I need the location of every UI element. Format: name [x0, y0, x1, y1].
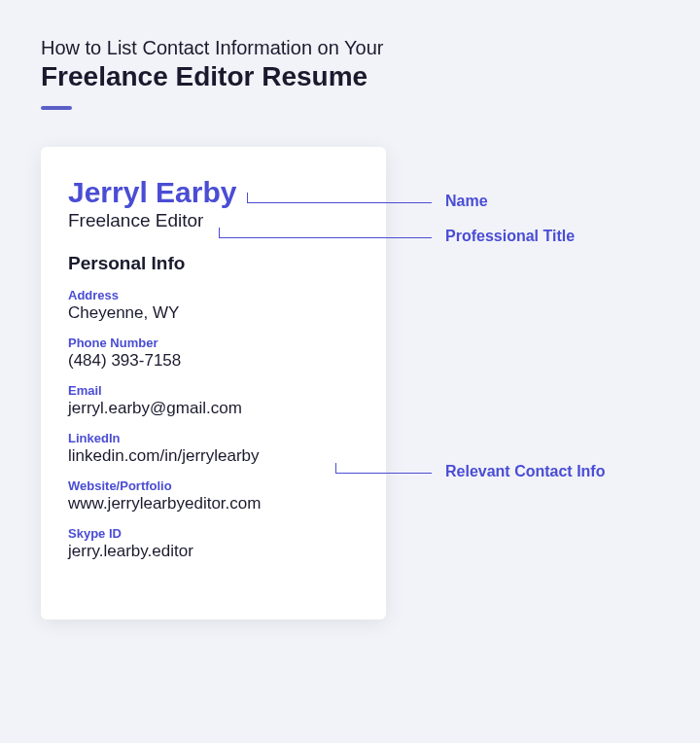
resume-card: Jerryl Earby Freelance Editor Personal I…: [41, 147, 386, 619]
annotation-contact-info: Relevant Contact Info: [445, 463, 605, 480]
callout-anchor: [247, 193, 248, 202]
resume-professional-title: Freelance Editor: [68, 210, 359, 231]
header-subtitle: How to List Contact Information on Your: [41, 37, 659, 59]
field-value-address: Cheyenne, WY: [68, 303, 359, 323]
callout-anchor: [335, 463, 336, 473]
field-label-linkedin: LinkedIn: [68, 431, 359, 445]
resume-name: Jerryl Earby: [68, 176, 359, 208]
callout-line: [247, 202, 432, 203]
field-label-portfolio: Website/Portfolio: [68, 478, 359, 493]
field-label-address: Address: [68, 288, 359, 302]
field-value-email: jerryl.earby@gmail.com: [68, 399, 359, 418]
field-value-phone: (484) 393-7158: [68, 351, 359, 371]
field-label-phone: Phone Number: [68, 336, 359, 350]
section-title-personal-info: Personal Info: [68, 253, 359, 274]
annotation-professional-title: Professional Title: [445, 228, 575, 245]
annotation-name: Name: [445, 193, 488, 210]
callout-anchor: [219, 228, 220, 237]
diagram-container: How to List Contact Information on Your …: [0, 0, 700, 656]
field-label-skype: Skype ID: [68, 526, 359, 541]
field-label-email: Email: [68, 383, 359, 398]
field-value-portfolio: www.jerrylearbyeditor.com: [68, 494, 359, 513]
field-value-linkedin: linkedin.com/in/jerrylearby: [68, 446, 359, 466]
header-title: Freelance Editor Resume: [41, 61, 659, 92]
field-value-skype: jerry.learby.editor: [68, 542, 359, 561]
callout-line: [335, 473, 432, 474]
callout-line: [219, 237, 432, 238]
header-underline: [41, 106, 72, 110]
